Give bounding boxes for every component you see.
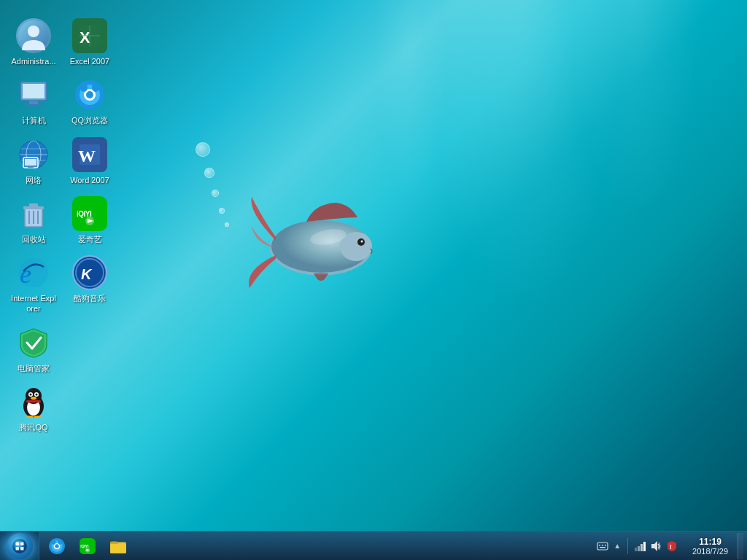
network-icon: [16, 137, 51, 172]
desktop-icon-word[interactable]: W Word 2007: [63, 133, 116, 189]
svg-text:W: W: [78, 147, 96, 166]
administrator-icon: [16, 18, 51, 53]
svg-point-56: [31, 397, 36, 400]
icon-row-3: 回收站 iQIYI 爱奇艺: [7, 192, 117, 248]
desktop-icon-network[interactable]: 网络: [7, 133, 60, 189]
show-desktop-button[interactable]: [738, 533, 743, 559]
desktop-icon-excel[interactable]: X Excel 2007: [63, 15, 116, 70]
iqiyi-icon: iQIYI: [72, 196, 107, 231]
ie-icon: e: [16, 255, 51, 290]
desktop-icon-kugou[interactable]: K 酷狗音乐: [63, 252, 116, 318]
excel-label: Excel 2007: [70, 56, 109, 66]
svg-rect-59: [26, 400, 41, 402]
icon-row-1: 计算机 QQ浏览器: [7, 74, 117, 129]
start-button[interactable]: [0, 532, 39, 561]
clock-date: 2018/7/29: [692, 547, 728, 556]
taskbar-icon-qqbrowser[interactable]: [42, 533, 71, 559]
taskbar-icon-iqiyi[interactable]: iQIYI: [73, 533, 102, 559]
svg-rect-61: [15, 542, 18, 545]
qqbrowser-icon: [72, 77, 107, 112]
tray-separator: [627, 538, 628, 554]
svg-rect-76: [110, 543, 126, 553]
bubble-2: [204, 168, 214, 178]
qq-label: 腾讯QQ: [19, 422, 47, 432]
svg-rect-84: [640, 544, 643, 551]
svg-point-4: [361, 241, 363, 243]
svg-point-54: [30, 394, 32, 396]
computer-label: 计算机: [22, 115, 46, 125]
svg-point-20: [86, 91, 93, 98]
svg-point-55: [36, 394, 38, 396]
kugou-label: 酷狗音乐: [74, 293, 106, 303]
icon-row-0: Administra... X Excel 2007: [7, 15, 117, 70]
svg-text:X: X: [80, 28, 90, 47]
svg-rect-36: [29, 203, 38, 207]
taskbar-qqbrowser-icon: [47, 537, 66, 556]
svg-point-22: [92, 83, 99, 92]
svg-rect-63: [15, 547, 18, 550]
taskbar-pinned-icons: iQIYI: [39, 532, 136, 560]
desktop-icon-ie[interactable]: e Internet Explorer: [7, 252, 60, 318]
pcmanager-label: 电脑管家: [18, 363, 50, 373]
kugou-icon: K: [72, 255, 107, 290]
svg-rect-64: [20, 547, 23, 550]
desktop-icon-administrator[interactable]: Administra...: [7, 15, 60, 70]
svg-rect-16: [25, 104, 42, 106]
icon-row-4: e Internet Explorer K 酷狗音乐: [7, 252, 117, 318]
administrator-label: Administra...: [11, 56, 55, 66]
tray-icon-keyboard[interactable]: [596, 540, 609, 553]
svg-rect-14: [23, 84, 44, 98]
svg-rect-81: [600, 547, 605, 548]
bubble-3: [212, 190, 219, 197]
word-icon: W: [72, 137, 107, 172]
qqbrowser-label: QQ浏览器: [71, 115, 108, 125]
ie-label: Internet Explorer: [9, 293, 58, 314]
svg-rect-79: [602, 545, 603, 546]
svg-point-60: [12, 539, 27, 553]
tray-icon-network[interactable]: [633, 540, 646, 553]
desktop-icon-computer[interactable]: 计算机: [7, 74, 60, 129]
taskbar-icon-explorer[interactable]: [104, 533, 133, 559]
svg-text:K: K: [81, 266, 93, 282]
tray-icon-security[interactable]: !: [665, 540, 678, 553]
start-orb: [7, 533, 33, 559]
fish-decoration: [241, 153, 401, 335]
iqiyi-label: 爱奇艺: [78, 234, 102, 244]
clock-time: 11:19: [699, 537, 721, 547]
qq-icon: [16, 384, 51, 419]
svg-marker-86: [651, 541, 657, 551]
svg-rect-30: [28, 166, 34, 168]
network-label: 网络: [26, 175, 42, 185]
bubble-5: [225, 222, 229, 227]
tray-show-hidden[interactable]: ▲: [612, 542, 622, 550]
tray-icon-volume[interactable]: [649, 540, 662, 553]
svg-rect-62: [20, 542, 23, 545]
desktop-icon-pcmanager[interactable]: 电脑管家: [7, 322, 60, 377]
computer-icon: [16, 77, 51, 112]
desktop-icon-recycle[interactable]: 回收站: [7, 192, 60, 248]
icon-row-5: 电脑管家: [7, 322, 117, 377]
taskbar-explorer-icon: [109, 537, 128, 556]
svg-point-21: [80, 83, 88, 92]
svg-point-69: [52, 540, 55, 545]
taskbar-right: ▲: [592, 532, 747, 560]
icon-row-6: 腾讯QQ: [7, 381, 117, 436]
desktop-icon-iqiyi[interactable]: iQIYI 爱奇艺: [63, 192, 116, 248]
taskbar-iqiyi-icon: iQIYI: [78, 537, 97, 556]
desktop-icons: Administra... X Excel 2007: [0, 7, 124, 443]
svg-rect-82: [635, 548, 637, 551]
recycle-label: 回收站: [22, 234, 46, 244]
bubble-4: [219, 208, 225, 214]
desktop-icon-qqbrowser[interactable]: QQ浏览器: [63, 74, 116, 129]
svg-rect-77: [597, 542, 608, 550]
svg-rect-15: [29, 101, 38, 104]
clock[interactable]: 11:19 2018/7/29: [685, 532, 735, 560]
bubble-1: [196, 142, 210, 157]
svg-rect-83: [638, 546, 640, 551]
word-label: Word 2007: [70, 175, 109, 185]
icon-row-2: 网络 W Word 2007: [7, 133, 117, 189]
desktop-icon-qq[interactable]: 腾讯QQ: [7, 381, 60, 436]
system-tray: ▲: [592, 532, 683, 560]
svg-rect-80: [605, 545, 606, 546]
svg-rect-78: [599, 545, 600, 546]
